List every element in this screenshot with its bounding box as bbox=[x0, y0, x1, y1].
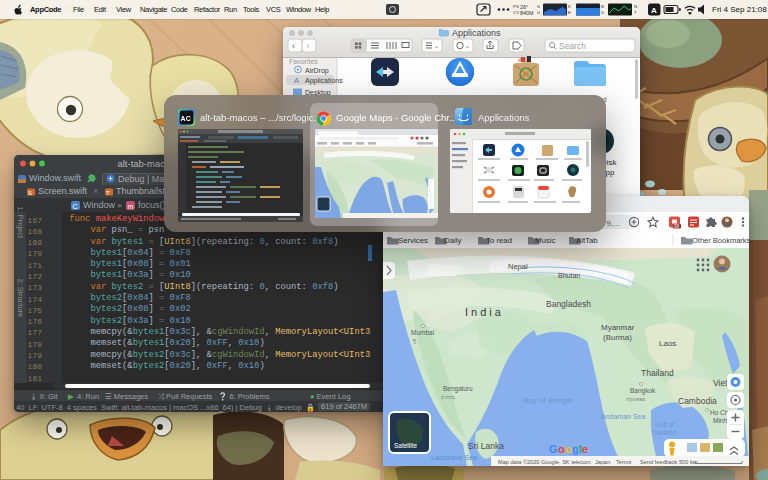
svg-text:›: › bbox=[307, 41, 310, 51]
svg-text:‹: ‹ bbox=[292, 41, 295, 51]
svg-text:Laccadive Sea: Laccadive Sea bbox=[431, 454, 477, 461]
svg-text:Laos: Laos bbox=[659, 339, 676, 348]
svg-text:S: S bbox=[28, 190, 32, 196]
svg-text:A: A bbox=[294, 76, 299, 85]
svg-text:Favorites: Favorites bbox=[289, 58, 318, 65]
svg-text:Myanmar: Myanmar bbox=[601, 323, 635, 332]
svg-text:840M: 840M bbox=[520, 10, 534, 16]
svg-text:B: B bbox=[601, 4, 604, 9]
svg-text:Map data ©2020 Google, SK tele: Map data ©2020 Google, SK telecom bbox=[498, 459, 591, 465]
svg-text:Applications: Applications bbox=[305, 77, 343, 85]
svg-text:Bangladesh: Bangladesh bbox=[546, 299, 591, 309]
svg-text:Minh: Minh bbox=[713, 417, 727, 424]
svg-text:⌄: ⌄ bbox=[434, 43, 439, 49]
svg-text:AC: AC bbox=[181, 115, 191, 122]
svg-text:G: G bbox=[549, 443, 558, 455]
svg-text:A: A bbox=[651, 6, 657, 15]
svg-text:C: C bbox=[73, 202, 78, 209]
svg-text:Ho Ch: Ho Ch bbox=[710, 409, 729, 416]
svg-text:Japan: Japan bbox=[595, 459, 610, 465]
svg-text:Applications: Applications bbox=[452, 28, 501, 38]
svg-text:กรุงเทพย: กรุงเทพย bbox=[626, 396, 645, 403]
svg-text:D: D bbox=[601, 10, 604, 15]
svg-text:Sri Lanka: Sri Lanka bbox=[468, 441, 504, 451]
svg-text:E: E bbox=[568, 10, 571, 15]
svg-text:T: T bbox=[634, 10, 637, 15]
svg-text:Andaman Sea: Andaman Sea bbox=[601, 413, 645, 420]
svg-text:(Burma): (Burma) bbox=[603, 333, 632, 342]
svg-text:Thailand: Thailand bbox=[641, 368, 674, 378]
svg-text:g: g bbox=[572, 443, 579, 455]
svg-text:Send feedback: Send feedback bbox=[640, 459, 678, 465]
svg-text:ಕೆಂಗಳೆರು: ಕೆಂಗಳೆರು bbox=[441, 394, 456, 400]
svg-text:m: m bbox=[128, 202, 134, 209]
svg-text:Mumbai: Mumbai bbox=[411, 329, 434, 336]
svg-text:U: U bbox=[537, 10, 540, 15]
svg-text:Bangkok: Bangkok bbox=[630, 387, 656, 395]
svg-text:K: K bbox=[568, 4, 571, 9]
svg-text:Bhutan: Bhutan bbox=[558, 272, 580, 279]
svg-text:⌄: ⌄ bbox=[465, 43, 470, 49]
svg-text:AirDrop: AirDrop bbox=[305, 67, 329, 75]
svg-text:N: N bbox=[634, 4, 637, 9]
svg-text:Gulf of: Gulf of bbox=[655, 421, 674, 428]
svg-text:CV: CV bbox=[513, 10, 519, 15]
svg-text:o: o bbox=[558, 443, 565, 455]
svg-text:Cambodia: Cambodia bbox=[678, 396, 717, 406]
svg-text:Search: Search bbox=[559, 41, 586, 51]
svg-text:India: India bbox=[465, 306, 504, 318]
svg-text:T: T bbox=[106, 190, 110, 196]
svg-text:Bay of Bengal: Bay of Bengal bbox=[523, 396, 573, 405]
svg-text:99: 99 bbox=[674, 224, 680, 229]
svg-text:Nepal: Nepal bbox=[508, 262, 528, 271]
svg-text:Terms: Terms bbox=[616, 459, 631, 465]
svg-text:Bengaluru: Bengaluru bbox=[443, 385, 473, 393]
svg-text:e: e bbox=[582, 443, 588, 455]
svg-text:o: o bbox=[565, 443, 572, 455]
svg-text:Thailand: Thailand bbox=[651, 429, 676, 436]
svg-text:PS: PS bbox=[513, 4, 519, 9]
svg-text:Satellite: Satellite bbox=[394, 442, 418, 449]
svg-text:S: S bbox=[537, 4, 540, 9]
